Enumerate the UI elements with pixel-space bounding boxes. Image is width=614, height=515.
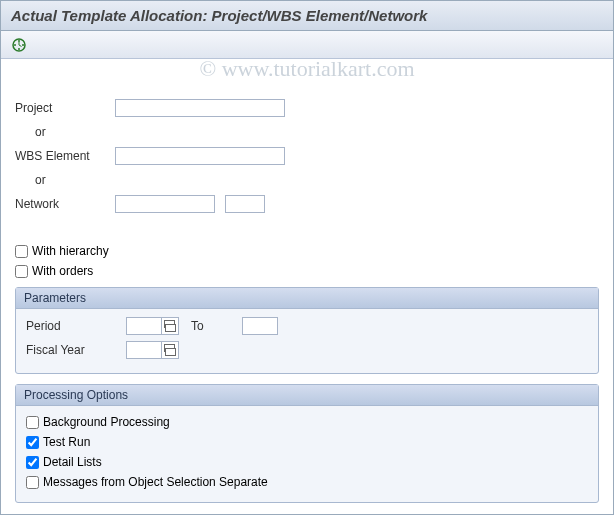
- processing-options-header: Processing Options: [16, 385, 598, 406]
- project-input[interactable]: [115, 99, 285, 117]
- to-label: To: [191, 319, 204, 333]
- fiscal-year-label: Fiscal Year: [26, 343, 126, 357]
- fiscal-year-input[interactable]: [126, 341, 162, 359]
- parameters-group: Parameters Period To Fiscal Year: [15, 287, 599, 374]
- detail-lists-checkbox[interactable]: [26, 456, 39, 469]
- network-input[interactable]: [115, 195, 215, 213]
- wbs-element-input[interactable]: [115, 147, 285, 165]
- execute-icon: [11, 37, 27, 53]
- detail-lists-label: Detail Lists: [43, 455, 102, 469]
- background-processing-checkbox[interactable]: [26, 416, 39, 429]
- messages-separate-checkbox[interactable]: [26, 476, 39, 489]
- period-matchcode-button[interactable]: [161, 317, 179, 335]
- content-area: Project or WBS Element or Network With h…: [1, 59, 613, 503]
- selection-block: Project or WBS Element or Network: [15, 73, 599, 227]
- wbs-element-label: WBS Element: [15, 149, 115, 163]
- network-label: Network: [15, 197, 115, 211]
- period-label: Period: [26, 319, 126, 333]
- or-label-2: or: [15, 173, 46, 187]
- messages-separate-label: Messages from Object Selection Separate: [43, 475, 268, 489]
- with-orders-label: With orders: [32, 264, 93, 278]
- svg-point-2: [22, 44, 24, 46]
- with-hierarchy-label: With hierarchy: [32, 244, 109, 258]
- svg-point-1: [18, 40, 20, 42]
- parameters-header: Parameters: [16, 288, 598, 309]
- svg-point-4: [14, 44, 16, 46]
- period-to-input[interactable]: [242, 317, 278, 335]
- page-title: Actual Template Allocation: Project/WBS …: [1, 1, 613, 31]
- toolbar: [1, 31, 613, 59]
- processing-options-group: Processing Options Background Processing…: [15, 384, 599, 503]
- test-run-checkbox[interactable]: [26, 436, 39, 449]
- with-orders-checkbox[interactable]: [15, 265, 28, 278]
- network-activity-input[interactable]: [225, 195, 265, 213]
- period-from-input[interactable]: [126, 317, 162, 335]
- execute-button[interactable]: [9, 35, 29, 55]
- test-run-label: Test Run: [43, 435, 90, 449]
- fiscal-year-matchcode-button[interactable]: [161, 341, 179, 359]
- svg-point-3: [18, 48, 20, 50]
- project-label: Project: [15, 101, 115, 115]
- with-hierarchy-checkbox[interactable]: [15, 245, 28, 258]
- or-label-1: or: [15, 125, 46, 139]
- background-processing-label: Background Processing: [43, 415, 170, 429]
